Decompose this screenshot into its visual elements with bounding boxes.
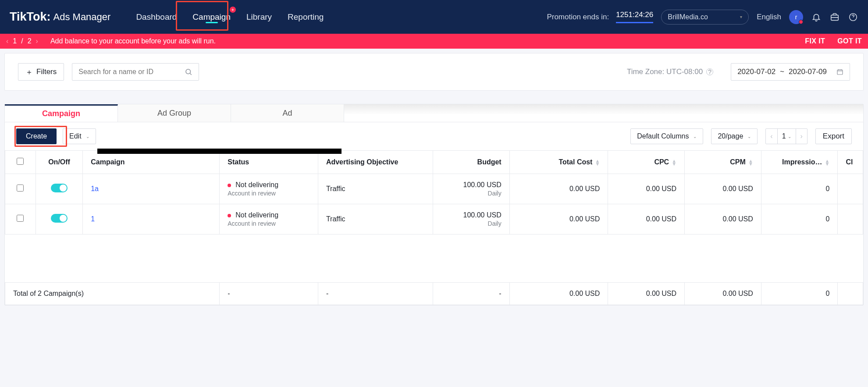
chevron-down-icon: ▾ — [740, 14, 742, 19]
sort-icon: ▲▼ — [595, 160, 600, 166]
budget-cell: 100.00 USDDaily — [433, 174, 509, 204]
col-cpc[interactable]: CPC▲▼ — [608, 151, 685, 174]
date-range-picker[interactable]: 2020-07-02 ~ 2020-07-09 — [731, 63, 850, 81]
briefcase-icon[interactable] — [829, 12, 840, 22]
tab-adgroup[interactable]: Ad Group — [118, 104, 231, 122]
brand-suffix: Ads Manager — [53, 11, 111, 23]
impressions-cell: 0 — [761, 174, 838, 204]
svg-point-2 — [186, 69, 191, 74]
cpm-cell: 0.00 USD — [685, 204, 761, 234]
level-tabs: Campaign Ad Group Ad — [5, 104, 863, 122]
nav-reporting[interactable]: Reporting — [280, 0, 331, 34]
chevron-down-icon: ⌄ — [86, 134, 89, 139]
account-name: BrillMedia.co — [668, 13, 708, 21]
main-nav: Dashboard Campaign + Library Reporting — [128, 0, 331, 34]
row-checkbox[interactable] — [17, 185, 24, 192]
chevron-down-icon: ⌄ — [747, 134, 751, 139]
language-switch[interactable]: English — [757, 13, 781, 21]
cpm-cell: 0.00 USD — [685, 174, 761, 204]
export-button[interactable]: Export — [815, 128, 852, 144]
table-row: 1Not deliveringAccount in reviewTraffic1… — [5, 204, 863, 234]
columns-label: Default Columns — [637, 132, 689, 140]
brand-logo[interactable]: TikTok: Ads Manager — [10, 10, 110, 24]
page-prev-button[interactable]: ‹ — [766, 129, 777, 144]
alert-page-total: 2 — [28, 37, 32, 45]
help-icon[interactable] — [848, 12, 858, 22]
pagesize-dropdown[interactable]: 20/page ⌄ — [711, 128, 758, 144]
nav-campaign-label: Campaign — [192, 12, 231, 22]
account-select[interactable]: BrillMedia.co ▾ — [661, 10, 749, 25]
plus-icon: ＋ — [25, 67, 33, 77]
sort-icon: ▲▼ — [748, 160, 753, 166]
chevron-down-icon: ⌄ — [788, 134, 791, 139]
plus-badge-icon: + — [230, 7, 236, 13]
col-impressions[interactable]: Impressio…▲▼ — [761, 151, 838, 174]
date-from: 2020-07-02 — [737, 67, 776, 76]
calendar-icon — [836, 68, 843, 75]
objective-cell: Traffic — [318, 174, 433, 204]
nav-dashboard[interactable]: Dashboard — [128, 0, 185, 34]
status-dot-icon — [228, 214, 231, 217]
search-box[interactable] — [72, 63, 199, 81]
header-dark-strip — [97, 149, 342, 154]
select-all-checkbox[interactable] — [17, 158, 24, 165]
page-number[interactable]: 1 ⌄ — [778, 129, 796, 144]
campaign-name-link[interactable]: 1a — [91, 185, 99, 192]
objective-cell: Traffic — [318, 204, 433, 234]
create-button[interactable]: Create — [16, 128, 57, 144]
col-budget: Budget — [433, 151, 509, 174]
row-toggle[interactable] — [51, 184, 68, 192]
nav-campaign[interactable]: Campaign + — [185, 0, 238, 34]
search-input[interactable] — [78, 68, 185, 76]
avatar[interactable]: r — [789, 10, 803, 24]
promo-banner: Promotion ends in: 1251:24:26 — [547, 11, 653, 23]
campaign-name-link[interactable]: 1 — [91, 215, 95, 223]
page-nav: ‹ 1 ⌄ › — [765, 128, 808, 144]
alert-page-current: 1 — [13, 37, 17, 45]
totalcost-cell: 0.00 USD — [509, 174, 608, 204]
page-next-button[interactable]: › — [796, 129, 807, 144]
bell-icon[interactable] — [811, 12, 822, 22]
filters-button[interactable]: ＋ Filters — [18, 63, 64, 81]
promo-countdown[interactable]: 1251:24:26 — [616, 11, 653, 23]
date-to: 2020-07-09 — [789, 67, 827, 76]
table-toolbar: Create Edit ⌄ Default Columns ⌄ 20/page … — [5, 122, 863, 150]
avatar-notification-dot — [799, 20, 803, 24]
nav-library[interactable]: Library — [238, 0, 280, 34]
col-onoff: On/Off — [36, 151, 82, 174]
sort-icon: ▲▼ — [672, 160, 676, 166]
edit-label: Edit — [69, 132, 82, 140]
col-campaign: Campaign — [83, 151, 220, 174]
svg-rect-3 — [837, 70, 843, 75]
status-cell: Not deliveringAccount in review — [228, 211, 310, 227]
col-overflow: Cl — [838, 151, 863, 174]
top-header: TikTok: Ads Manager Dashboard Campaign +… — [0, 0, 868, 34]
totalcost-cell: 0.00 USD — [509, 204, 608, 234]
campaign-card: Campaign Ad Group Ad Create Edit ⌄ Defau… — [4, 104, 864, 305]
row-checkbox[interactable] — [17, 215, 24, 222]
alert-fix-button[interactable]: FIX IT — [805, 37, 825, 45]
col-objective: Advertising Objective — [318, 151, 433, 174]
alert-prev-icon[interactable]: ‹ — [6, 37, 8, 45]
table-footer-row: Total of 2 Campaign(s) - - - 0.00 USD 0.… — [5, 283, 863, 305]
table-row: 1aNot deliveringAccount in reviewTraffic… — [5, 174, 863, 204]
avatar-letter: r — [795, 14, 797, 21]
edit-dropdown[interactable]: Edit ⌄ — [63, 128, 96, 144]
status-dot-icon — [228, 184, 231, 187]
alert-next-icon[interactable]: › — [36, 37, 38, 45]
alert-message: Add balance to your account before your … — [50, 37, 216, 45]
tab-campaign[interactable]: Campaign — [5, 104, 118, 122]
table-header-row: On/Off Campaign Status Advertising Objec… — [5, 151, 863, 174]
tab-ad[interactable]: Ad — [231, 104, 344, 122]
row-toggle[interactable] — [51, 214, 68, 223]
filter-bar: ＋ Filters Time Zone: UTC-08:00 ? 2020-07… — [4, 53, 864, 91]
col-totalcost[interactable]: Total Cost▲▼ — [509, 151, 608, 174]
sort-icon: ▲▼ — [825, 160, 830, 166]
help-small-icon[interactable]: ? — [706, 68, 713, 75]
alert-got-button[interactable]: GOT IT — [837, 37, 862, 45]
campaign-table: On/Off Campaign Status Advertising Objec… — [5, 150, 863, 305]
search-icon[interactable] — [185, 68, 192, 76]
col-cpm[interactable]: CPM▲▼ — [685, 151, 761, 174]
chevron-down-icon: ⌄ — [693, 134, 697, 139]
columns-dropdown[interactable]: Default Columns ⌄ — [630, 128, 703, 144]
